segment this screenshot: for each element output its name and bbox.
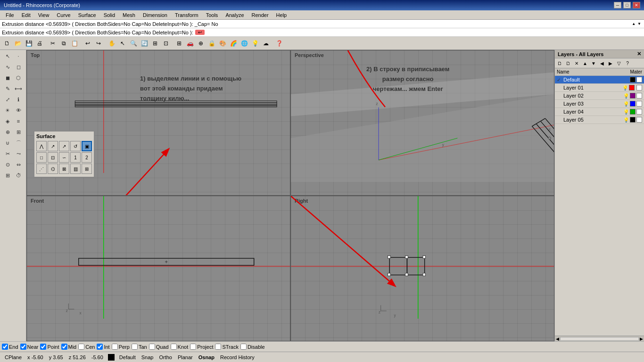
offset-tool[interactable]: ⊙ <box>2 159 13 170</box>
point-tool[interactable]: · <box>13 51 24 61</box>
curve-tool[interactable]: ∿ <box>2 62 13 72</box>
snap-mid[interactable]: Mid <box>61 344 77 350</box>
viewport-right[interactable]: Right z y <box>290 196 554 341</box>
zoom-all[interactable]: ⊞ <box>150 38 160 49</box>
scroll-left[interactable]: ◀ <box>556 337 559 341</box>
new-layer-button[interactable]: 🗋 <box>556 59 563 67</box>
menu-help[interactable]: Help <box>272 11 291 19</box>
osnap-toggle[interactable]: ⊕ <box>196 38 206 49</box>
snap-strack[interactable]: STrack <box>215 344 238 350</box>
snap-project-check[interactable] <box>190 344 196 350</box>
snap-project[interactable]: Project <box>190 344 213 350</box>
viewport-perspective[interactable]: Perspective y <box>290 50 554 196</box>
snap-knot[interactable]: Knot <box>171 344 189 350</box>
snap-toggle[interactable]: 🚗 <box>185 38 195 49</box>
layer-tool[interactable]: ◈ <box>2 116 13 126</box>
snap-int-check[interactable] <box>97 344 103 350</box>
light-button[interactable]: 💡 <box>250 38 260 49</box>
st-plane[interactable]: □ <box>36 152 47 163</box>
menu-render[interactable]: Render <box>248 11 272 19</box>
st-p1[interactable]: ⋰ <box>36 164 47 174</box>
trim-tool[interactable]: ✂ <box>2 148 13 159</box>
cloud-button[interactable]: ☁ <box>261 38 271 49</box>
osnap-status[interactable]: Osnap <box>196 352 217 362</box>
menu-transform[interactable]: Transform <box>171 11 202 19</box>
rotate-button[interactable]: 🔄 <box>139 38 149 49</box>
menu-dimension[interactable]: Dimension <box>139 11 171 19</box>
boolean-tool[interactable]: ⊍ <box>2 138 13 148</box>
snap-cen[interactable]: Cen <box>78 344 95 350</box>
snap-knot-check[interactable] <box>171 344 177 350</box>
extend-tool[interactable]: ⤳ <box>13 148 24 159</box>
st-extrude[interactable]: ▣ <box>82 141 92 151</box>
menu-surface[interactable]: Surface <box>74 11 100 19</box>
layer-row-02[interactable]: Layer 02 💡 <box>555 92 644 100</box>
minimize-button[interactable]: ─ <box>614 2 621 8</box>
snap-point-check[interactable] <box>40 344 46 350</box>
lock-button[interactable]: 🔒 <box>206 38 217 49</box>
history-tool[interactable]: ⏱ <box>13 170 24 181</box>
planar-status[interactable]: Planar <box>175 352 196 362</box>
menu-curve[interactable]: Curve <box>53 11 74 19</box>
pan-button[interactable]: ✋ <box>107 38 117 49</box>
st-patch[interactable]: ⊡ <box>48 152 58 163</box>
new-sublayer-button[interactable]: 🗋 <box>564 59 572 67</box>
delete-layer-button[interactable]: ✕ <box>573 59 580 67</box>
st-revsurf[interactable]: ↺ <box>70 141 81 151</box>
snap-perp-check[interactable] <box>112 344 118 350</box>
cmd-scroll-down[interactable]: ▼ <box>636 22 642 26</box>
snap-strack-check[interactable] <box>215 344 221 350</box>
menu-analyze[interactable]: Analyze <box>222 11 248 19</box>
copy-button[interactable]: ⧉ <box>58 38 69 49</box>
snap-end-check[interactable] <box>2 344 8 350</box>
open-button[interactable]: 📂 <box>13 38 23 49</box>
snap-quad[interactable]: Quad <box>149 344 169 350</box>
material-button[interactable]: 🎨 <box>217 38 228 49</box>
snap-point[interactable]: Point <box>40 344 59 350</box>
color-button[interactable]: 🌈 <box>228 38 239 49</box>
snap-tan-check[interactable] <box>132 344 138 350</box>
record-history[interactable]: Record History <box>217 352 257 362</box>
annotation-tool[interactable]: ✎ <box>2 83 13 94</box>
move-up-button[interactable]: ▲ <box>581 59 589 67</box>
layer-help-button[interactable]: ? <box>624 59 631 67</box>
menu-solid[interactable]: Solid <box>100 11 119 19</box>
ortho-status[interactable]: Ortho <box>156 352 175 362</box>
snap-disable[interactable]: Disable <box>240 344 265 350</box>
scroll-right[interactable]: ▶ <box>640 337 643 341</box>
menu-file[interactable]: File <box>2 11 18 19</box>
layer-row-01[interactable]: Layer 01 💡 <box>555 84 644 92</box>
snap-near-check[interactable] <box>20 344 26 350</box>
menu-view[interactable]: View <box>34 11 53 19</box>
new-button[interactable]: 🗋 <box>2 38 12 49</box>
redo-button[interactable]: ↪ <box>93 38 104 49</box>
menu-tools[interactable]: Tools <box>202 11 222 19</box>
snap-status[interactable]: Snap <box>139 352 157 362</box>
cplane-label[interactable]: CPlane <box>2 352 25 362</box>
display-tool[interactable]: 👁 <box>13 105 24 115</box>
st-p5[interactable]: ⊞ <box>82 164 92 174</box>
snap-tan[interactable]: Tan <box>132 344 147 350</box>
st-sweep2[interactable]: ↗ <box>59 141 69 151</box>
maximize-button[interactable]: □ <box>623 2 631 8</box>
analyze-tool[interactable]: ℹ <box>13 94 24 105</box>
snap-near[interactable]: Near <box>20 344 39 350</box>
paste-button[interactable]: 📋 <box>69 38 80 49</box>
select-button[interactable]: ↖ <box>117 38 128 49</box>
undo-button[interactable]: ↩ <box>83 38 93 49</box>
layers-scrollbar[interactable]: ◀ ▶ <box>555 336 644 341</box>
move-down-button[interactable]: ▼ <box>590 59 597 67</box>
st-num2[interactable]: 2 <box>82 152 92 163</box>
snap-int[interactable]: Int <box>97 344 109 350</box>
menu-mesh[interactable]: Mesh <box>119 11 139 19</box>
snap-end[interactable]: End <box>2 344 18 350</box>
select-tool[interactable]: ↖ <box>2 51 13 61</box>
solid-tool[interactable]: ◼ <box>2 73 13 83</box>
snap-mid-check[interactable] <box>61 344 67 350</box>
cmd-scroll-up[interactable]: ▲ <box>631 22 636 26</box>
layer-row-04[interactable]: Layer 04 💡 <box>555 108 644 116</box>
st-loft[interactable]: ⋀ <box>36 141 47 151</box>
st-blend[interactable]: ∽ <box>59 152 69 163</box>
st-p2[interactable]: ⌬ <box>48 164 58 174</box>
layer-row-05[interactable]: Layer 05 💡 <box>555 116 644 124</box>
